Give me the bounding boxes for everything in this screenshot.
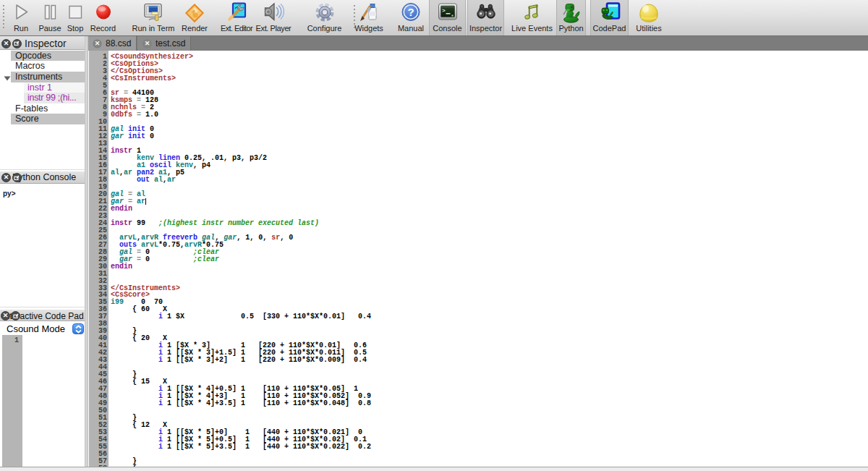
svg-text:>: > <box>442 7 446 14</box>
svg-text:?: ? <box>407 6 414 18</box>
